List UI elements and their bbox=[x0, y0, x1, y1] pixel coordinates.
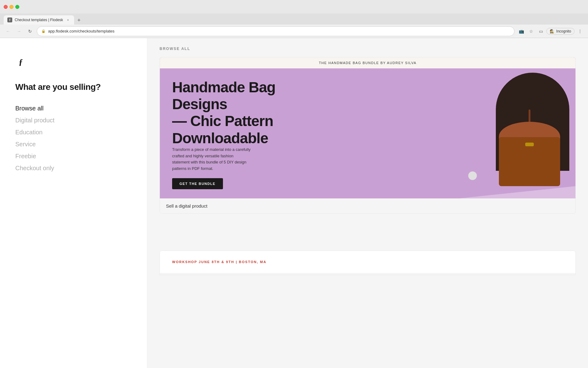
cast-icon: 📺 bbox=[519, 29, 524, 34]
new-tab-button[interactable]: + bbox=[75, 16, 83, 25]
template-card-wrapper-1: The Handmade Bag Bundle by Audrey Silva … bbox=[147, 57, 588, 226]
nav-item-browse-all[interactable]: Browse all bbox=[15, 103, 132, 114]
spacer bbox=[147, 226, 588, 251]
address-bar[interactable]: 🔒 bbox=[37, 26, 514, 36]
title-line3: — Chic Pattern bbox=[172, 113, 273, 129]
close-button[interactable] bbox=[4, 5, 8, 9]
split-screen-button[interactable]: ▭ bbox=[537, 27, 545, 36]
title-line2: Designs bbox=[172, 96, 227, 112]
maximize-button[interactable] bbox=[15, 5, 19, 9]
template-description: Transform a piece of material into a car… bbox=[172, 147, 252, 172]
tab-close-button[interactable]: × bbox=[66, 17, 70, 22]
nav-link-digital-product[interactable]: Digital product bbox=[15, 117, 55, 124]
nav-item-checkout-only[interactable]: Checkout only bbox=[15, 163, 132, 174]
flodesk-logo: ƒ bbox=[15, 56, 26, 67]
browser-chrome: f Checkout templates | Flodesk × + ← → ↻… bbox=[0, 0, 588, 38]
back-button[interactable]: ← bbox=[4, 27, 12, 36]
nav-item-service[interactable]: Service bbox=[15, 139, 132, 150]
title-line1: Handmade Bag bbox=[172, 79, 275, 95]
template-card-preview-1: The Handmade Bag Bundle by Audrey Silva … bbox=[160, 57, 575, 198]
nav-link-education[interactable]: Education bbox=[15, 129, 43, 136]
nav-link-freebie[interactable]: Freebie bbox=[15, 153, 36, 159]
browser-titlebar bbox=[0, 0, 588, 13]
sphere-decoration bbox=[468, 171, 477, 180]
tab-favicon: f bbox=[7, 17, 12, 22]
forward-icon: → bbox=[17, 29, 21, 34]
browser-toolbar: ← → ↻ 🔒 📺 ☆ ▭ 🕵 Incognito bbox=[0, 25, 588, 38]
minimize-button[interactable] bbox=[9, 5, 13, 9]
active-tab[interactable]: f Checkout templates | Flodesk × bbox=[4, 15, 74, 25]
template-content-left: Handmade Bag Designs — Chic Pattern Down… bbox=[160, 57, 459, 198]
bag-illustration bbox=[459, 67, 575, 198]
workshop-label: Workshop June 8th & 9th | Boston, MA bbox=[172, 260, 563, 264]
star-icon: ☆ bbox=[529, 29, 533, 34]
split-icon: ▭ bbox=[539, 29, 543, 34]
url-input[interactable] bbox=[48, 29, 510, 33]
tab-title: Checkout templates | Flodesk bbox=[15, 18, 63, 22]
app-logo: ƒ bbox=[15, 56, 132, 67]
nav-item-education[interactable]: Education bbox=[15, 127, 132, 138]
incognito-badge: 🕵 Incognito bbox=[546, 28, 575, 35]
template-card-1[interactable]: The Handmade Bag Bundle by Audrey Silva … bbox=[160, 57, 576, 214]
menu-button[interactable]: ⋮ bbox=[576, 27, 584, 36]
nav-item-digital-product[interactable]: Digital product bbox=[15, 115, 132, 126]
category-nav: Browse all Digital product Education Ser… bbox=[15, 103, 132, 174]
bag-group bbox=[496, 106, 563, 186]
refresh-icon: ↻ bbox=[28, 29, 32, 34]
template-card-wrapper-2: Workshop June 8th & 9th | Boston, MA bbox=[147, 251, 588, 287]
bookmark-button[interactable]: ☆ bbox=[527, 27, 535, 36]
forward-button[interactable]: → bbox=[15, 27, 23, 36]
back-icon: ← bbox=[6, 29, 10, 34]
main-content: Browse All The Handmade Bag Bundle by Au… bbox=[147, 38, 588, 368]
cast-button[interactable]: 📺 bbox=[517, 27, 526, 36]
menu-icon: ⋮ bbox=[578, 29, 582, 34]
nav-item-freebie[interactable]: Freebie bbox=[15, 151, 132, 162]
template-cta-button[interactable]: Get the Bundle bbox=[172, 178, 223, 189]
template-caption: Sell a digital product bbox=[160, 198, 575, 213]
template-bottom-block: Transform a piece of material into a car… bbox=[172, 147, 447, 189]
template-title-block: Handmade Bag Designs — Chic Pattern Down… bbox=[172, 79, 447, 147]
template-card-2-inner: Workshop June 8th & 9th | Boston, MA bbox=[160, 251, 575, 273]
template-card-2[interactable]: Workshop June 8th & 9th | Boston, MA bbox=[160, 251, 576, 275]
nav-link-service[interactable]: Service bbox=[15, 141, 36, 148]
nav-link-checkout-only[interactable]: Checkout only bbox=[15, 165, 54, 171]
nav-link-browse-all[interactable]: Browse all bbox=[15, 105, 43, 112]
incognito-label: Incognito bbox=[556, 29, 571, 33]
page-content: ƒ What are you selling? Browse all Digit… bbox=[0, 38, 588, 368]
sidebar: ƒ What are you selling? Browse all Digit… bbox=[0, 38, 147, 368]
title-line4: Downloadable bbox=[172, 130, 268, 146]
toolbar-actions: 📺 ☆ ▭ 🕵 Incognito ⋮ bbox=[517, 27, 584, 36]
template-title: Handmade Bag Designs — Chic Pattern Down… bbox=[172, 79, 447, 147]
section-label: Browse All bbox=[147, 38, 588, 57]
refresh-button[interactable]: ↻ bbox=[26, 27, 34, 36]
incognito-icon: 🕵 bbox=[550, 29, 554, 33]
page-title: What are you selling? bbox=[15, 82, 132, 92]
bag-clasp bbox=[525, 143, 534, 146]
traffic-lights bbox=[4, 5, 19, 9]
browser-tab-bar: f Checkout templates | Flodesk × + bbox=[0, 13, 588, 25]
lock-icon: 🔒 bbox=[41, 29, 46, 33]
template-image-area bbox=[459, 57, 575, 198]
